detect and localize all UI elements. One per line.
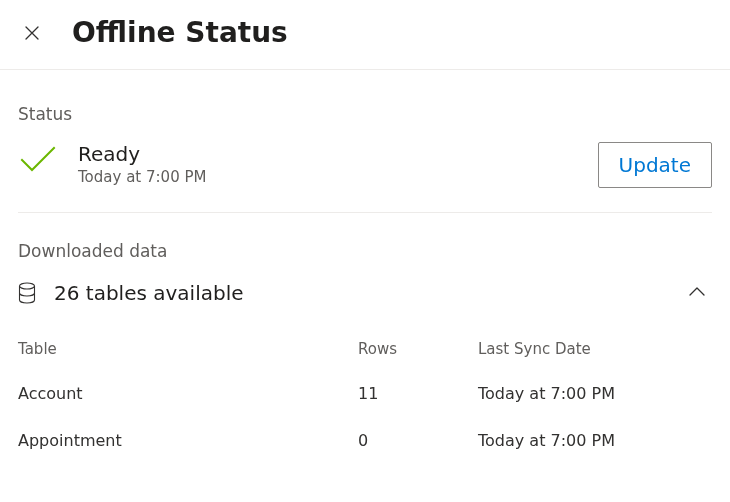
- cell-last-sync: Today at 7:00 PM: [478, 431, 712, 450]
- page-header: Offline Status: [0, 0, 730, 70]
- column-header-table: Table: [18, 340, 358, 358]
- status-title: Ready: [78, 142, 206, 166]
- status-section-label: Status: [18, 70, 712, 142]
- tables-summary-text: 26 tables available: [54, 281, 244, 305]
- table-row: Appointment 0 Today at 7:00 PM: [18, 417, 712, 464]
- downloaded-section-label: Downloaded data: [18, 213, 712, 277]
- collapse-toggle[interactable]: [682, 277, 712, 308]
- content-area: Status Ready Today at 7:00 PM Update Dow…: [0, 70, 730, 464]
- column-header-last-sync: Last Sync Date: [478, 340, 712, 358]
- close-button[interactable]: [18, 19, 46, 47]
- status-timestamp: Today at 7:00 PM: [78, 168, 206, 186]
- close-icon: [24, 25, 40, 41]
- update-button[interactable]: Update: [598, 142, 712, 188]
- status-left: Ready Today at 7:00 PM: [18, 142, 206, 186]
- tables-summary-left: 26 tables available: [18, 281, 244, 305]
- status-text: Ready Today at 7:00 PM: [78, 142, 206, 186]
- cell-table-name: Appointment: [18, 431, 358, 450]
- status-row: Ready Today at 7:00 PM Update: [18, 142, 712, 213]
- table-header: Table Rows Last Sync Date: [18, 328, 712, 370]
- cell-last-sync: Today at 7:00 PM: [478, 384, 712, 403]
- svg-point-0: [20, 283, 35, 289]
- table-row: Account 11 Today at 7:00 PM: [18, 370, 712, 417]
- chevron-up-icon: [688, 286, 706, 298]
- column-header-rows: Rows: [358, 340, 478, 358]
- checkmark-icon: [18, 142, 78, 174]
- cell-row-count: 0: [358, 431, 478, 450]
- database-icon: [18, 282, 54, 304]
- tables-summary-row[interactable]: 26 tables available: [18, 277, 712, 328]
- page-title: Offline Status: [72, 16, 288, 49]
- cell-table-name: Account: [18, 384, 358, 403]
- cell-row-count: 11: [358, 384, 478, 403]
